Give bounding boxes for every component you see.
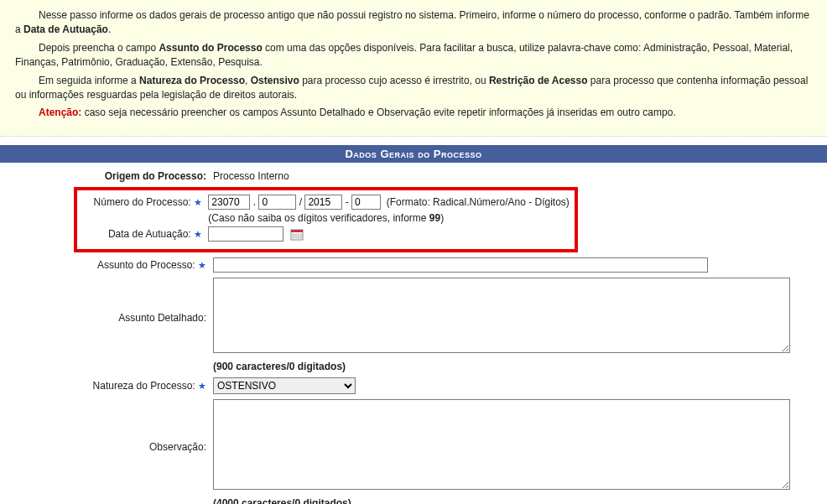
text: Nesse passo informe os dados gerais de p… xyxy=(15,9,809,35)
assunto-input[interactable] xyxy=(213,257,708,273)
text-bold: Natureza do Processo xyxy=(139,75,245,86)
assunto-detalhado-textarea[interactable] xyxy=(213,278,790,353)
num-radical-input[interactable] xyxy=(208,195,250,210)
warning-label: Atenção: xyxy=(39,107,81,118)
num-numero-input[interactable] xyxy=(258,195,296,210)
natureza-select[interactable]: OSTENSIVO xyxy=(213,377,356,394)
calendar-icon[interactable] xyxy=(290,228,304,242)
text-bold: Restrição de Acesso xyxy=(489,75,588,86)
instr-line-4: Atenção: caso seja necessário preencher … xyxy=(15,106,812,120)
data-autuacao-input[interactable] xyxy=(208,226,283,242)
text: Depois preencha o campo xyxy=(39,42,159,54)
hint-digitos: (Caso não saiba os dígitos verificadores… xyxy=(208,212,444,224)
observacao-textarea[interactable] xyxy=(213,399,790,490)
section-title: Dados Gerais do Processo xyxy=(0,145,827,163)
instr-line-3: Em seguida informe a Natureza do Process… xyxy=(15,74,812,103)
sep-slash: / xyxy=(299,196,302,208)
instr-line-2: Depois preencha o campo Assunto do Proce… xyxy=(15,41,812,70)
text-bold: Ostensivo xyxy=(251,75,299,86)
text-bold: Data de Autuação xyxy=(23,23,108,35)
required-star: ★ xyxy=(198,260,206,270)
sep-dot: . xyxy=(253,196,256,208)
label-natureza: Natureza do Processo: ★ xyxy=(0,375,210,397)
observacao-counter: (4000 caracteres/0 digitados) xyxy=(210,495,827,504)
label-assunto-det: Assunto Detalhado: xyxy=(0,275,210,358)
required-star: ★ xyxy=(194,229,202,239)
num-ano-input[interactable] xyxy=(304,195,342,210)
label-origem: Origem do Processo: xyxy=(0,168,210,184)
sep-dash: - xyxy=(346,196,349,208)
text: para processo cujo acesso é irrestrito, … xyxy=(299,75,489,86)
assunto-det-counter: (900 caracteres/0 digitados) xyxy=(210,358,827,375)
hint-formato: (Formato: Radical.Número/Ano - Dígitos) xyxy=(387,196,570,208)
text: Em seguida informe a xyxy=(39,75,139,86)
value-origem: Processo Interno xyxy=(210,168,827,184)
label-numero: Número do Processo: ★ xyxy=(82,196,205,208)
form-panel: Origem do Processo: Processo Interno Núm… xyxy=(0,163,827,504)
label-observacao: Observação: xyxy=(0,397,210,495)
text-bold: Assunto do Processo xyxy=(159,42,262,54)
label-data-autuacao: Data de Autuação: ★ xyxy=(82,228,205,240)
text: . xyxy=(108,23,111,35)
instructions-panel: Nesse passo informe os dados gerais de p… xyxy=(0,0,827,137)
text: , xyxy=(245,75,251,86)
num-digitos-input[interactable] xyxy=(351,195,381,210)
required-star: ★ xyxy=(198,381,206,391)
highlighted-group: Número do Processo: ★ . / - (Formato: Ra… xyxy=(74,187,578,252)
required-star: ★ xyxy=(194,197,202,207)
svg-rect-1 xyxy=(291,230,303,232)
label-assunto: Assunto do Processo: ★ xyxy=(0,255,210,275)
instr-line-1: Nesse passo informe os dados gerais de p… xyxy=(15,8,812,38)
text: caso seja necessário preencher os campos… xyxy=(81,107,675,118)
